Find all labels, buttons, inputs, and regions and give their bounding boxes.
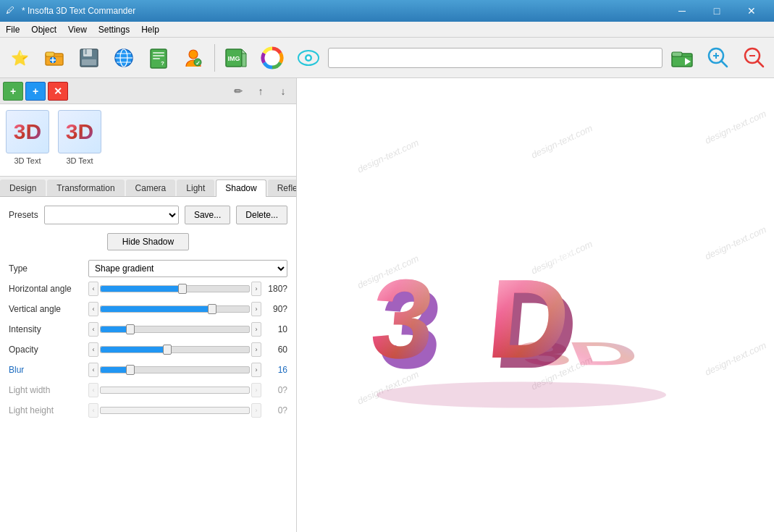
blur-track[interactable] xyxy=(100,366,250,373)
main-layout: + + ✕ ✏ ↑ ↓ 3D 3D Text 3D 3D Text xyxy=(0,78,774,532)
maximize-btn[interactable]: □ xyxy=(700,0,733,22)
title-text: * Insofta 3D Text Commander xyxy=(22,6,665,16)
menu-help[interactable]: Help xyxy=(135,22,165,37)
object-item-2[interactable]: 3D 3D Text xyxy=(58,110,101,170)
toolbar: ⭐ ? ✓ IMG xyxy=(0,38,774,78)
delete-preset-btn[interactable]: Delete... xyxy=(236,206,287,224)
object-item-1[interactable]: 3D 3D Text xyxy=(6,110,49,170)
intensity-track[interactable] xyxy=(100,326,250,333)
watermark-2: design-text.com xyxy=(529,122,594,160)
horizontal-angle-value: 180? xyxy=(261,284,287,294)
object-label-1: 3D Text xyxy=(14,156,41,165)
help-btn[interactable]: ? xyxy=(142,41,175,75)
svg-rect-8 xyxy=(82,59,96,65)
new-btn[interactable]: ⭐ xyxy=(3,41,36,75)
intensity-increase[interactable]: › xyxy=(251,322,261,337)
tab-design[interactable]: Design xyxy=(0,180,46,196)
preview-btn[interactable] xyxy=(292,41,325,75)
move-up-btn[interactable]: ↑ xyxy=(251,82,271,101)
svg-text:✓: ✓ xyxy=(195,60,201,67)
opacity-track[interactable] xyxy=(100,346,250,353)
opacity-increase[interactable]: › xyxy=(251,342,261,357)
light-width-slider: ‹ › xyxy=(88,383,261,397)
menu-file[interactable]: File xyxy=(0,22,25,37)
watermark-3: design-text.com xyxy=(703,108,768,145)
menu-view[interactable]: View xyxy=(62,22,93,37)
3d-preview: 3 D 3 3 3 D xyxy=(333,174,739,436)
edit-object-btn[interactable]: ✏ xyxy=(228,82,248,101)
opacity-decrease[interactable]: ‹ xyxy=(88,342,98,357)
horizontal-angle-track[interactable] xyxy=(100,285,250,292)
light-width-label: Light width xyxy=(9,385,88,395)
support-btn[interactable]: ✓ xyxy=(177,41,210,75)
palette-btn[interactable] xyxy=(256,41,289,75)
web-btn[interactable] xyxy=(107,41,140,75)
tabs-container: Design Transformation Camera Light Shado… xyxy=(0,177,296,532)
app-icon: 🖊 xyxy=(6,5,17,17)
svg-line-37 xyxy=(721,61,727,67)
blur-decrease[interactable]: ‹ xyxy=(88,363,98,377)
vertical-angle-increase[interactable]: › xyxy=(251,302,261,316)
intensity-decrease[interactable]: ‹ xyxy=(88,322,98,337)
vertical-angle-slider: ‹ › xyxy=(88,302,261,316)
zoom-in-btn[interactable] xyxy=(702,41,735,75)
export-image-btn[interactable]: IMG xyxy=(219,41,253,75)
intensity-label: Intensity xyxy=(9,324,88,334)
svg-point-30 xyxy=(307,56,311,59)
hide-shadow-btn[interactable]: Hide Shadow xyxy=(107,233,189,250)
light-height-decrease: ‹ xyxy=(88,403,98,418)
char-3-group: 3 3 3 xyxy=(366,256,447,392)
save-preset-btn[interactable]: Save... xyxy=(185,206,230,224)
object-list: 3D 3D Text 3D 3D Text xyxy=(0,104,296,177)
add-object-green-btn[interactable]: + xyxy=(3,82,23,101)
type-select[interactable]: Shape gradient Directional Flat xyxy=(88,260,287,277)
light-width-value: 0? xyxy=(261,385,287,395)
tab-reflection[interactable]: Reflection xyxy=(268,180,296,196)
menu-object[interactable]: Object xyxy=(25,22,62,37)
svg-point-19 xyxy=(189,50,198,59)
type-row: Type Shape gradient Directional Flat xyxy=(9,259,287,278)
window-controls: ─ □ ✕ xyxy=(665,0,768,22)
horizontal-angle-row: Horizontal angle ‹ › 180? xyxy=(9,279,287,298)
light-height-slider: ‹ › xyxy=(88,403,261,418)
tab-transformation[interactable]: Transformation xyxy=(47,180,124,196)
object-preview-2: 3D xyxy=(58,110,101,153)
presets-select[interactable] xyxy=(44,206,179,224)
object-toolbar: + + ✕ ✏ ↑ ↓ xyxy=(0,78,296,104)
vertical-angle-row: Vertical angle ‹ › 90? xyxy=(9,300,287,318)
tab-camera[interactable]: Camera xyxy=(126,180,176,196)
move-down-btn[interactable]: ↓ xyxy=(273,82,293,101)
svg-text:IMG: IMG xyxy=(228,55,240,62)
light-width-increase: › xyxy=(251,383,261,397)
close-btn[interactable]: ✕ xyxy=(735,0,768,22)
folder-out-btn[interactable] xyxy=(665,41,699,75)
watermark-1: design-text.com xyxy=(356,137,421,174)
light-width-track xyxy=(100,387,250,394)
delete-object-btn[interactable]: ✕ xyxy=(48,82,68,101)
svg-rect-32 xyxy=(672,52,682,56)
tab-light[interactable]: Light xyxy=(177,180,214,196)
menu-settings[interactable]: Settings xyxy=(93,22,135,37)
horizontal-angle-decrease[interactable]: ‹ xyxy=(88,282,98,296)
svg-text:?: ? xyxy=(161,60,164,67)
vertical-angle-decrease[interactable]: ‹ xyxy=(88,302,98,316)
vertical-angle-track[interactable] xyxy=(100,305,250,313)
vertical-angle-value: 90? xyxy=(261,304,287,314)
zoom-out-btn[interactable] xyxy=(738,41,771,75)
tab-shadow[interactable]: Shadow xyxy=(216,180,266,197)
light-width-decrease: ‹ xyxy=(88,383,98,397)
minimize-btn[interactable]: ─ xyxy=(665,0,699,22)
svg-point-27 xyxy=(269,54,276,62)
tab-bar: Design Transformation Camera Light Shado… xyxy=(0,177,296,197)
open-btn[interactable] xyxy=(38,41,71,75)
svg-rect-15 xyxy=(153,52,164,54)
save-btn[interactable] xyxy=(72,41,106,75)
blur-increase[interactable]: › xyxy=(251,363,261,377)
search-input[interactable] xyxy=(328,48,662,68)
horizontal-angle-increase[interactable]: › xyxy=(251,282,261,296)
svg-rect-6 xyxy=(83,49,92,56)
opacity-label: Opacity xyxy=(9,345,88,355)
toolbar-separator-1 xyxy=(214,44,215,72)
add-object-blue-btn[interactable]: + xyxy=(25,82,46,101)
intensity-slider: ‹ › xyxy=(88,322,261,337)
